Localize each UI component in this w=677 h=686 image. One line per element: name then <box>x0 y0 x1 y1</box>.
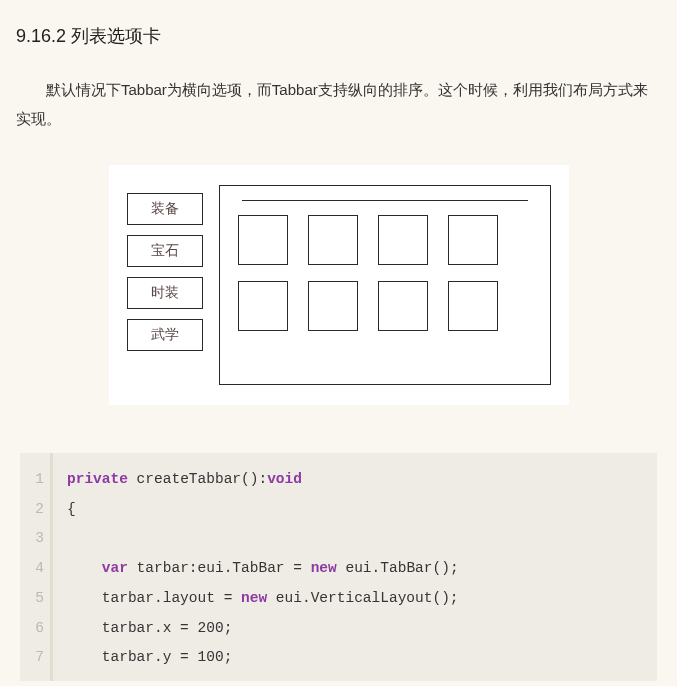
grid-cell <box>308 215 358 265</box>
code-lines: private createTabbar():void{ var tarbar:… <box>67 453 459 681</box>
line-number: 7 <box>30 643 44 673</box>
tab-martial[interactable]: 武学 <box>127 319 203 351</box>
line-number: 3 <box>30 524 44 554</box>
code-line: var tarbar:eui.TabBar = new eui.TabBar()… <box>67 554 459 584</box>
item-grid <box>238 215 532 331</box>
intro-paragraph: 默认情况下Tabbar为横向选项，而Tabbar支持纵向的排序。这个时候，利用我… <box>16 76 661 133</box>
grid-cell <box>238 215 288 265</box>
grid-row <box>238 281 532 331</box>
vertical-tab-column: 装备 宝石 时装 武学 <box>127 185 203 385</box>
code-line: private createTabbar():void <box>67 465 459 495</box>
code-line: tarbar.y = 100; <box>67 643 459 673</box>
code-line <box>67 524 459 554</box>
panel-top-rule <box>242 200 528 201</box>
content-panel <box>219 185 551 385</box>
grid-cell <box>378 281 428 331</box>
code-line: tarbar.x = 200; <box>67 614 459 644</box>
line-number: 5 <box>30 584 44 614</box>
grid-cell <box>238 281 288 331</box>
section-heading: 9.16.2 列表选项卡 <box>16 24 661 48</box>
gutter-border <box>50 453 53 681</box>
tabbar-diagram: 装备 宝石 时装 武学 <box>109 165 569 405</box>
code-block: 1234567 private createTabbar():void{ var… <box>20 453 657 681</box>
grid-row <box>238 215 532 265</box>
line-number: 2 <box>30 495 44 525</box>
line-number: 1 <box>30 465 44 495</box>
grid-cell <box>448 215 498 265</box>
line-number: 6 <box>30 614 44 644</box>
grid-cell <box>378 215 428 265</box>
diagram-wrapper: 装备 宝石 时装 武学 <box>16 165 661 405</box>
code-line: { <box>67 495 459 525</box>
code-line: tarbar.layout = new eui.VerticalLayout()… <box>67 584 459 614</box>
tab-equipment[interactable]: 装备 <box>127 193 203 225</box>
line-number-gutter: 1234567 <box>20 453 50 681</box>
tab-gem[interactable]: 宝石 <box>127 235 203 267</box>
tab-fashion[interactable]: 时装 <box>127 277 203 309</box>
line-number: 4 <box>30 554 44 584</box>
grid-cell <box>308 281 358 331</box>
grid-cell <box>448 281 498 331</box>
